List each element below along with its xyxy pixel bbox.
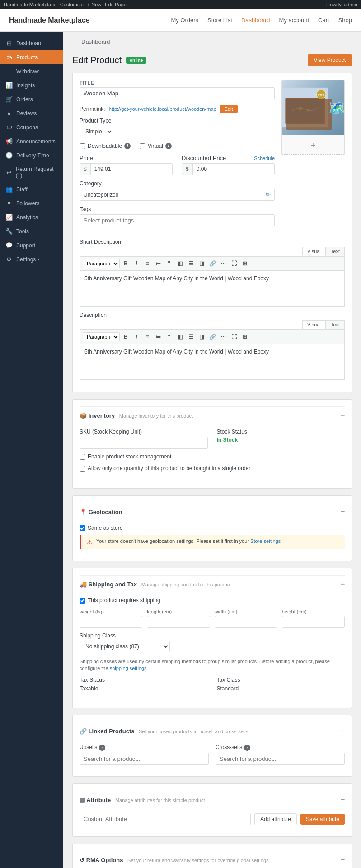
sidebar-item-dashboard[interactable]: ⊞ Dashboard: [0, 36, 63, 50]
weight-input[interactable]: [80, 616, 142, 628]
discounted-price-input[interactable]: [193, 164, 274, 175]
more-btn[interactable]: ⋯: [218, 259, 228, 269]
desc-grid-btn[interactable]: ⊞: [240, 332, 250, 342]
sidebar-item-staff[interactable]: 👥 Staff: [0, 182, 63, 196]
custom-attribute-input[interactable]: [80, 813, 251, 825]
rma-section-header[interactable]: ↺ RMA Options Set your return and warran…: [80, 851, 345, 868]
nav-store-list[interactable]: Store List: [207, 17, 232, 24]
sidebar-item-tools[interactable]: 🔧 Tools: [0, 224, 63, 238]
geo-toggle[interactable]: −: [341, 508, 345, 516]
schedule-link[interactable]: Schedule: [254, 156, 275, 161]
add-attribute-button[interactable]: Add attribute: [254, 813, 297, 825]
quote-btn[interactable]: ": [164, 259, 174, 269]
sidebar-item-reviews[interactable]: ★ Reviews: [0, 106, 63, 120]
nav-cart[interactable]: Cart: [318, 17, 329, 24]
width-input[interactable]: [215, 616, 277, 628]
linked-toggle[interactable]: −: [341, 727, 345, 735]
downloadable-checkbox[interactable]: [80, 143, 85, 149]
length-input[interactable]: [147, 616, 210, 628]
shipping-class-select[interactable]: No shipping class (87): [80, 641, 170, 652]
short-desc-text-tab[interactable]: Text: [326, 247, 345, 256]
price-input[interactable]: [91, 164, 172, 175]
admin-customize[interactable]: Customize: [60, 2, 84, 7]
inventory-section-header[interactable]: 📦 Inventory Manage inventory for this pr…: [80, 406, 345, 424]
same-as-store-label[interactable]: Same as store: [80, 525, 345, 531]
sidebar-item-settings[interactable]: ⚙ Settings ›: [0, 252, 63, 266]
nav-shop[interactable]: Shop: [338, 17, 352, 24]
nav-my-account[interactable]: My account: [279, 17, 309, 24]
allow-one-qty-checkbox[interactable]: [80, 466, 85, 472]
tags-input[interactable]: [80, 214, 275, 226]
align-right-btn[interactable]: ◨: [197, 259, 206, 269]
sidebar-item-withdraw[interactable]: ↑ Withdraw: [0, 64, 63, 78]
desc-link-btn[interactable]: 🔗: [207, 332, 217, 342]
bold-btn[interactable]: B: [121, 259, 131, 269]
height-input[interactable]: [282, 616, 345, 628]
view-product-button[interactable]: View Product: [308, 54, 352, 66]
shipping-settings-link[interactable]: shipping settings: [110, 665, 147, 671]
sidebar-item-followers[interactable]: ♥ Followers: [0, 196, 63, 210]
enable-stock-label[interactable]: Enable product stock management: [80, 453, 345, 460]
short-desc-editor[interactable]: 5th Anniversary Gift Wooden Map of Any C…: [80, 270, 345, 307]
rma-toggle[interactable]: −: [341, 856, 345, 864]
upsells-input[interactable]: [80, 753, 209, 765]
align-left-btn[interactable]: ◧: [175, 259, 185, 269]
desc-editor[interactable]: 5th Anniversary Gift Wooden Map of Any C…: [80, 344, 345, 380]
sidebar-item-return[interactable]: ↩ Return Request (1): [0, 162, 63, 182]
desc-bold-btn[interactable]: B: [121, 332, 131, 342]
fullscreen-btn[interactable]: ⛶: [229, 259, 239, 269]
inventory-toggle[interactable]: −: [341, 411, 345, 420]
sidebar-item-announcements[interactable]: 📢 Announcements: [0, 134, 63, 148]
requires-shipping-label[interactable]: This product requires shipping: [80, 597, 345, 604]
desc-fullscreen-btn[interactable]: ⛶: [229, 332, 239, 342]
italic-btn[interactable]: I: [131, 259, 141, 269]
sidebar-item-coupons[interactable]: 🏷 Coupons: [0, 120, 63, 134]
same-as-store-checkbox[interactable]: [80, 525, 85, 531]
downloadable-checkbox-label[interactable]: Downloadable i: [80, 143, 131, 149]
desc-more-btn[interactable]: ⋯: [218, 332, 228, 342]
list-ol-btn[interactable]: ≔: [153, 259, 163, 269]
desc-text-tab[interactable]: Text: [326, 320, 345, 329]
image-add-btn[interactable]: +: [282, 137, 344, 155]
desc-align-right-btn[interactable]: ◨: [197, 332, 206, 342]
nav-dashboard[interactable]: Dashboard: [241, 17, 270, 24]
attribute-section-header[interactable]: ▦ Attribute Manage attributes for this s…: [80, 791, 345, 808]
sidebar-item-support[interactable]: 💬 Support: [0, 238, 63, 252]
sku-input[interactable]: [80, 437, 208, 449]
store-settings-link[interactable]: Store settings: [250, 538, 281, 544]
title-input[interactable]: [80, 87, 275, 99]
virtual-checkbox-label[interactable]: Virtual i: [140, 143, 172, 149]
product-type-select[interactable]: Simple: [80, 126, 113, 137]
permalink-url[interactable]: http://get-your-vehicle.local/product/wo…: [109, 106, 216, 112]
admin-new[interactable]: + New: [87, 2, 102, 7]
desc-list-ul-btn[interactable]: ≡: [142, 332, 152, 342]
product-image-placeholder[interactable]: ★★★: [282, 80, 345, 135]
save-attribute-button[interactable]: Save attribute: [300, 814, 345, 825]
enable-stock-checkbox[interactable]: [80, 454, 85, 460]
desc-list-ol-btn[interactable]: ≔: [153, 332, 163, 342]
permalink-edit-button[interactable]: Edit: [220, 105, 238, 113]
sidebar-item-delivery[interactable]: 🕐 Delivery Time: [0, 148, 63, 162]
sidebar-item-products[interactable]: 🛍 Products: [0, 50, 63, 64]
virtual-checkbox[interactable]: [140, 143, 145, 149]
desc-align-center-btn[interactable]: ☰: [186, 332, 196, 342]
sidebar-item-insights[interactable]: 📊 Insights: [0, 78, 63, 92]
cross-sells-input[interactable]: [216, 753, 345, 765]
admin-site-name[interactable]: Handmade Marketplace: [4, 2, 56, 7]
category-edit-icon[interactable]: ✏: [266, 191, 271, 198]
grid-btn[interactable]: ⊞: [240, 259, 250, 269]
short-desc-visual-tab[interactable]: Visual: [302, 247, 326, 256]
shipping-section-header[interactable]: 🚚 Shipping and Tax Manage shipping and t…: [80, 575, 345, 593]
desc-quote-btn[interactable]: ": [164, 332, 174, 342]
attribute-toggle[interactable]: −: [341, 796, 345, 804]
paragraph-select[interactable]: Paragraph: [83, 259, 120, 268]
align-center-btn[interactable]: ☰: [186, 259, 196, 269]
link-btn[interactable]: 🔗: [207, 259, 217, 269]
list-ul-btn[interactable]: ≡: [142, 259, 152, 269]
sidebar-item-orders[interactable]: 🛒 Orders: [0, 92, 63, 106]
sidebar-item-analytics[interactable]: 📈 Analytics: [0, 210, 63, 224]
linked-section-header[interactable]: 🔗 Linked Products Set your linked produc…: [80, 722, 345, 740]
desc-paragraph-select[interactable]: Paragraph: [83, 332, 120, 341]
requires-shipping-checkbox[interactable]: [80, 598, 85, 604]
geo-section-header[interactable]: 📍 Geolocation −: [80, 503, 345, 520]
